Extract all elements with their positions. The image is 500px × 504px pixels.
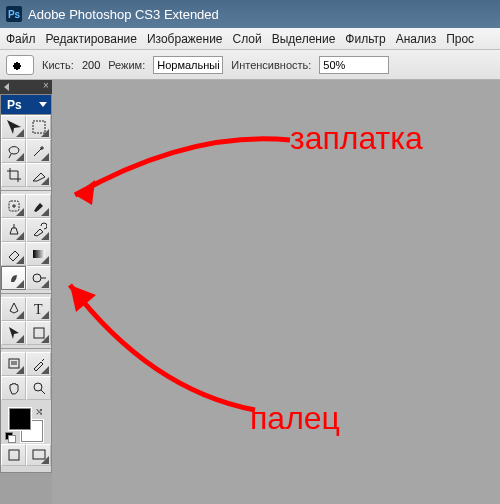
type-tool[interactable]: T [26,297,51,321]
intensity-label: Интенсивность: [231,59,311,71]
slice-tool[interactable] [26,163,51,187]
menu-file[interactable]: Файл [6,32,36,46]
intensity-input[interactable] [319,56,389,74]
history-brush-tool[interactable] [26,218,51,242]
magic-wand-tool[interactable] [26,139,51,163]
svg-rect-8 [9,450,19,460]
close-icon[interactable]: × [42,82,50,90]
standard-mode-button[interactable] [1,444,26,466]
mode-select[interactable] [153,56,223,74]
ps-logo-text: Ps [7,98,22,112]
brush-label: Кисть: [42,59,74,71]
tool-preset-picker[interactable] [6,55,34,75]
notes-tool[interactable] [1,352,26,376]
move-tool[interactable] [1,115,26,139]
menu-view[interactable]: Прос [446,32,474,46]
chevron-down-icon [39,102,47,107]
menu-edit[interactable]: Редактирование [46,32,137,46]
swap-colors-icon[interactable]: ⤭ [35,406,43,417]
foreground-color-swatch[interactable] [9,408,31,430]
menu-image[interactable]: Изображение [147,32,223,46]
mode-label: Режим: [108,59,145,71]
lasso-tool[interactable] [1,139,26,163]
menu-analysis[interactable]: Анализ [396,32,437,46]
menu-select[interactable]: Выделение [272,32,336,46]
eyedropper-tool[interactable] [26,352,51,376]
menu-filter[interactable]: Фильтр [345,32,385,46]
svg-point-7 [34,383,42,391]
clone-stamp-tool[interactable] [1,218,26,242]
canvas-area[interactable] [52,80,500,504]
hand-tool[interactable] [1,376,26,400]
options-bar: Кисть: 200 Режим: Интенсивность: [0,50,500,80]
eraser-tool[interactable] [1,242,26,266]
default-colors-icon[interactable] [5,432,15,442]
toolbox-logo[interactable]: Ps [1,95,51,115]
healing-brush-tool[interactable] [1,194,26,218]
collapse-arrow-icon [4,83,9,91]
brush-size-value[interactable]: 200 [82,59,100,71]
path-selection-tool[interactable] [1,321,26,345]
gradient-tool[interactable] [26,242,51,266]
toolbox-header[interactable]: × [0,80,52,94]
zoom-tool[interactable] [26,376,51,400]
app-title: Adobe Photoshop CS3 Extended [28,7,219,22]
shape-tool[interactable] [26,321,51,345]
titlebar: Ps Adobe Photoshop CS3 Extended [0,0,500,28]
toolbox: Ps T ⤭ [0,94,52,473]
menubar: Файл Редактирование Изображение Слой Выд… [0,28,500,50]
marquee-tool[interactable] [26,115,51,139]
brush-tool[interactable] [26,194,51,218]
screen-mode-button[interactable] [26,444,51,466]
svg-point-3 [33,274,41,282]
dodge-tool[interactable] [26,266,51,290]
app-icon: Ps [6,6,22,22]
color-swatches[interactable]: ⤭ [1,404,51,444]
crop-tool[interactable] [1,163,26,187]
menu-layer[interactable]: Слой [233,32,262,46]
pen-tool[interactable] [1,297,26,321]
smudge-tool[interactable] [1,266,26,290]
